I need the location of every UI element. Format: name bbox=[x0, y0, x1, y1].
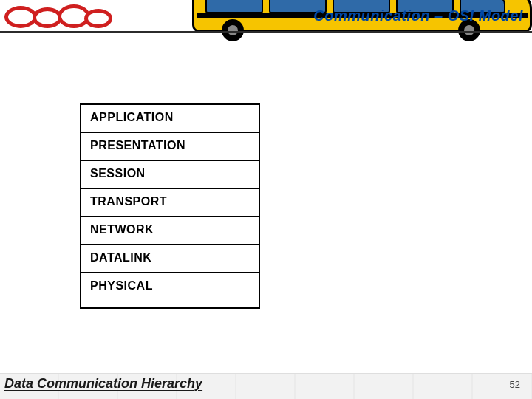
osi-layer: NETWORK bbox=[81, 217, 259, 245]
osi-layer: PHYSICAL bbox=[81, 273, 259, 307]
osi-layer: TRANSPORT bbox=[81, 189, 259, 217]
red-decoration bbox=[0, 4, 133, 31]
osi-layer-stack: APPLICATION PRESENTATION SESSION TRANSPO… bbox=[80, 103, 260, 309]
page-title: Communication – OSI Model bbox=[313, 7, 523, 24]
osi-layer: DATALINK bbox=[81, 245, 259, 273]
header-rule bbox=[0, 31, 532, 33]
osi-layer: APPLICATION bbox=[81, 105, 259, 133]
footer-caption: Data Communication Hierarchy bbox=[4, 376, 202, 392]
osi-layer: SESSION bbox=[81, 161, 259, 189]
page-number: 52 bbox=[510, 379, 520, 390]
osi-layer: PRESENTATION bbox=[81, 133, 259, 161]
